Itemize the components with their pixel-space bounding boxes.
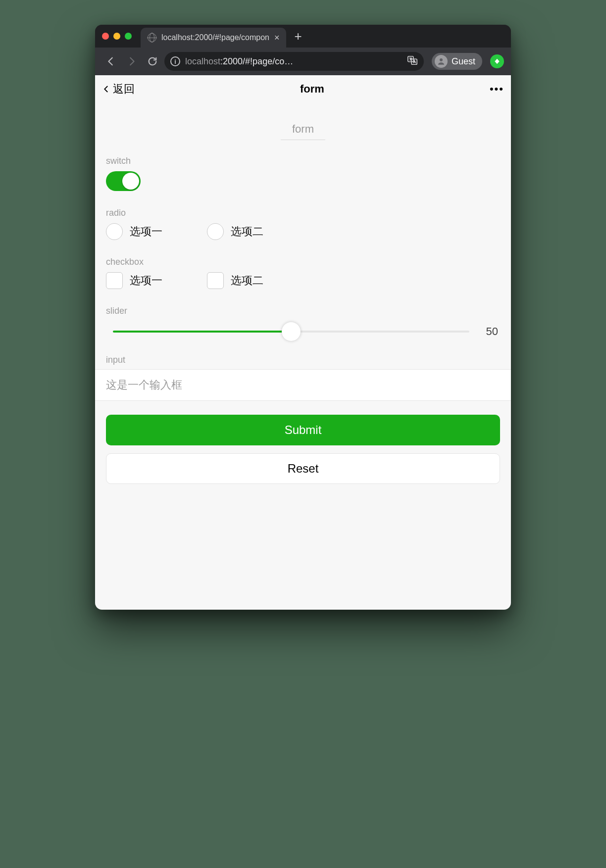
nav-back-button[interactable] — [102, 52, 120, 70]
maximize-window-button[interactable] — [125, 33, 132, 40]
switch-label: switch — [106, 156, 500, 166]
back-label: 返回 — [113, 82, 135, 96]
svg-point-2 — [440, 58, 443, 61]
checkbox-icon — [106, 272, 123, 289]
submit-button-label: Submit — [285, 423, 322, 437]
slider-fill — [113, 331, 291, 333]
switch-toggle[interactable] — [106, 171, 141, 191]
slider-label: slider — [106, 306, 500, 316]
submit-button[interactable]: Submit — [106, 415, 500, 445]
page-heading-text: form — [281, 123, 325, 140]
reset-button-label: Reset — [288, 462, 319, 476]
slider-section: slider 50 — [95, 295, 511, 344]
slider-thumb[interactable] — [282, 322, 301, 341]
site-info-icon[interactable]: i — [170, 56, 180, 66]
chevron-left-icon — [102, 85, 111, 94]
reset-button[interactable]: Reset — [106, 453, 500, 484]
radio-option-2[interactable]: 选项二 — [207, 223, 263, 240]
nav-forward-button[interactable] — [123, 52, 141, 70]
translate-icon[interactable] — [407, 55, 418, 68]
new-tab-button[interactable]: + — [286, 29, 309, 44]
url-host: localhost — [185, 56, 220, 66]
radio-option-label: 选项一 — [130, 224, 162, 239]
browser-tab[interactable]: localhost:2000/#!page/compon × — [141, 28, 286, 48]
close-tab-icon[interactable]: × — [274, 33, 280, 42]
window-controls — [102, 33, 132, 40]
url-text: localhost:2000/#!page/co… — [185, 56, 293, 67]
close-window-button[interactable] — [102, 33, 109, 40]
checkbox-option-label: 选项二 — [231, 273, 263, 288]
checkbox-label: checkbox — [106, 257, 500, 267]
minimize-window-button[interactable] — [113, 33, 120, 40]
page-title: form — [300, 83, 324, 96]
radio-label: radio — [106, 208, 500, 218]
input-section: input — [95, 344, 511, 401]
radio-option-1[interactable]: 选项一 — [106, 223, 162, 240]
avatar-icon — [435, 55, 448, 68]
profile-chip[interactable]: Guest — [432, 53, 482, 70]
more-button[interactable]: ••• — [490, 83, 504, 96]
radio-icon — [207, 223, 224, 240]
browser-toolbar: i localhost:2000/#!page/co… Guest — [95, 48, 511, 75]
checkbox-option-2[interactable]: 选项二 — [207, 272, 263, 289]
reload-button[interactable] — [144, 52, 161, 70]
url-path: :2000/#!page/co… — [220, 56, 293, 66]
page-heading: form — [95, 103, 511, 145]
checkbox-option-label: 选项一 — [130, 273, 162, 288]
browser-window: localhost:2000/#!page/compon × + i local… — [95, 25, 511, 610]
page-viewport: 返回 form ••• form switch radio 选项一 选项二 — [95, 75, 511, 610]
checkbox-section: checkbox 选项一 选项二 — [95, 246, 511, 295]
app-header: 返回 form ••• — [95, 75, 511, 103]
button-area: Submit Reset — [95, 401, 511, 484]
radio-icon — [106, 223, 123, 240]
checkbox-option-1[interactable]: 选项一 — [106, 272, 162, 289]
slider-value: 50 — [478, 325, 498, 338]
tab-title: localhost:2000/#!page/compon — [161, 33, 269, 42]
slider-track[interactable] — [113, 331, 469, 333]
switch-section: switch — [95, 145, 511, 197]
address-bar[interactable]: i localhost:2000/#!page/co… — [164, 52, 424, 71]
text-input[interactable] — [106, 379, 500, 391]
input-label: input — [95, 355, 511, 369]
back-button[interactable]: 返回 — [102, 82, 135, 96]
radio-option-label: 选项二 — [231, 224, 263, 239]
checkbox-icon — [207, 272, 224, 289]
profile-label: Guest — [452, 56, 475, 67]
radio-section: radio 选项一 选项二 — [95, 197, 511, 246]
extension-badge[interactable] — [490, 54, 504, 68]
globe-icon — [148, 33, 156, 42]
tab-strip: localhost:2000/#!page/compon × + — [95, 25, 511, 48]
